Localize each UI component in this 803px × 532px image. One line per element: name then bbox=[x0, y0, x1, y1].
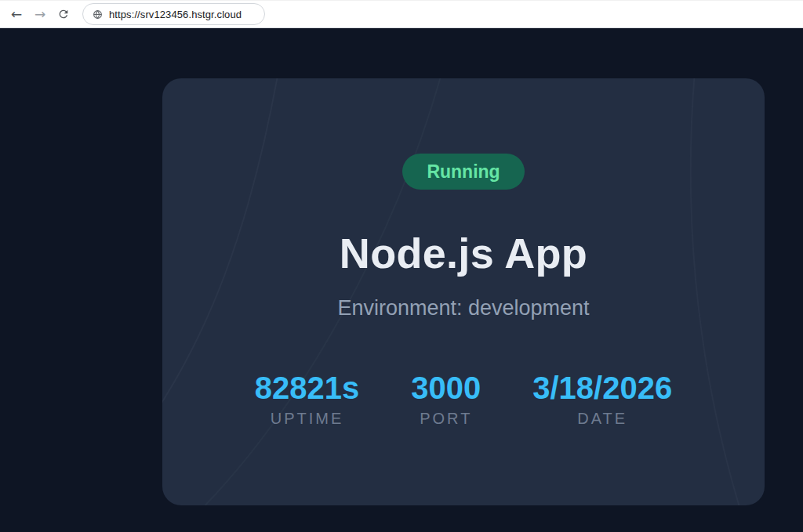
back-button[interactable]: ← bbox=[5, 3, 27, 25]
page-background: Running Node.js App Environment: develop… bbox=[0, 28, 803, 532]
browser-toolbar: ← → https://srv123456.hstgr.cloud bbox=[0, 0, 803, 28]
uptime-label: UPTIME bbox=[255, 411, 359, 426]
browser-window: ← → https://srv123456.hstgr.cloud bbox=[0, 0, 803, 532]
status-card: Running Node.js App Environment: develop… bbox=[162, 78, 765, 505]
stats-row: 82821s UPTIME 3000 PORT 3/18/2026 DATE bbox=[255, 372, 672, 426]
port-label: PORT bbox=[411, 411, 481, 426]
date-value: 3/18/2026 bbox=[532, 372, 672, 404]
stat-date: 3/18/2026 DATE bbox=[532, 372, 672, 426]
reload-icon bbox=[57, 8, 70, 20]
reload-button[interactable] bbox=[53, 3, 74, 25]
environment-subtitle: Environment: development bbox=[337, 298, 589, 319]
decorative-curves bbox=[162, 78, 765, 505]
stat-port: 3000 PORT bbox=[411, 372, 481, 426]
url-text: https://srv123456.hstgr.cloud bbox=[109, 9, 242, 20]
uptime-value: 82821s bbox=[255, 372, 359, 404]
status-badge: Running bbox=[402, 154, 524, 190]
forward-icon: → bbox=[35, 8, 45, 21]
date-label: DATE bbox=[532, 411, 672, 426]
address-bar[interactable]: https://srv123456.hstgr.cloud bbox=[82, 3, 265, 25]
port-value: 3000 bbox=[411, 372, 481, 404]
stat-uptime: 82821s UPTIME bbox=[255, 372, 359, 426]
forward-button[interactable]: → bbox=[29, 3, 51, 25]
site-info-globe-icon bbox=[93, 9, 103, 20]
app-title: Node.js App bbox=[340, 232, 587, 274]
back-icon: ← bbox=[11, 8, 22, 21]
